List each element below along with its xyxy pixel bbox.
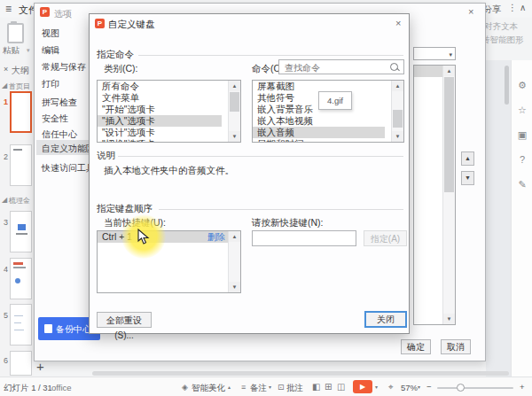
- list-item[interactable]: "切换"选项卡: [98, 138, 240, 143]
- list-item[interactable]: 嵌入本地视频: [253, 115, 403, 127]
- beautify-button[interactable]: 智能美化: [192, 383, 225, 394]
- list-item[interactable]: 所有命令: [98, 81, 240, 92]
- hamburger-menu-icon[interactable]: ≡: [5, 3, 12, 15]
- scroll-thumb[interactable]: [444, 77, 454, 192]
- close-button[interactable]: 关闭: [364, 311, 407, 328]
- align-text-button[interactable]: 对齐文本: [484, 21, 518, 33]
- new-shortcut-input[interactable]: [252, 230, 356, 246]
- star-icon[interactable]: ☆: [512, 105, 532, 116]
- search-icon[interactable]: [390, 63, 398, 71]
- category-list[interactable]: 所有命令 文件菜单 "开始"选项卡 "插入"选项卡 "设计"选项卡 "切换"选项…: [97, 80, 241, 143]
- move-up-button[interactable]: ▲: [461, 151, 474, 166]
- more-menu-icon[interactable]: ⋮: [508, 3, 517, 12]
- sidebar-item-print[interactable]: 打印: [42, 78, 59, 90]
- sidebar-item-view[interactable]: 视图: [42, 27, 59, 40]
- ok-button[interactable]: 确定: [401, 339, 431, 354]
- sidebar-item-trust-center[interactable]: 信任中心: [42, 128, 77, 141]
- list-item[interactable]: "开始"选项卡: [98, 104, 240, 115]
- category-list-scrollbar[interactable]: ▲ ▼: [228, 81, 240, 142]
- scroll-down-icon[interactable]: ▼: [229, 282, 240, 292]
- delete-shortcut-link[interactable]: 删除: [207, 231, 225, 243]
- zoom-in-icon[interactable]: +: [520, 382, 525, 392]
- scroll-up-icon[interactable]: ▲: [229, 231, 240, 242]
- section-label-2[interactable]: 梳理金: [9, 196, 30, 206]
- current-shortcuts-list[interactable]: Ctrl + 1 删除 ▲ ▼: [97, 230, 241, 293]
- divider: [159, 209, 403, 210]
- slide-number-5: 5: [4, 311, 8, 320]
- keyboard-close-icon[interactable]: ×: [395, 18, 401, 28]
- scroll-down-icon[interactable]: ▼: [392, 131, 403, 142]
- smart-graphic-button[interactable]: 转智能图形: [481, 35, 524, 46]
- help-icon[interactable]: ?: [512, 154, 532, 165]
- collapse-ribbon-icon[interactable]: ∧: [520, 3, 526, 12]
- scroll-thumb[interactable]: [393, 110, 403, 128]
- normal-view-icon[interactable]: ◧: [312, 382, 320, 392]
- options-close-icon[interactable]: ×: [468, 6, 473, 17]
- command-list[interactable]: 屏幕截图 其他符号 嵌入背景音乐 嵌入本地视频 嵌入音频 日期和时间 ▲ ▼: [252, 80, 404, 143]
- slide-thumbnail-3[interactable]: [10, 211, 32, 252]
- command-search-input[interactable]: [283, 61, 391, 74]
- combo-dropdown-icon[interactable]: ▾: [449, 51, 452, 58]
- section-label-1[interactable]: 首页目: [9, 82, 30, 91]
- section-marker-icon[interactable]: ◢: [2, 82, 7, 89]
- beautify-dropdown-icon[interactable]: ▴: [228, 384, 231, 390]
- ribbon-list-scrollbar[interactable]: ▲ ▼: [442, 66, 455, 324]
- slide-thumbnail-5[interactable]: [10, 304, 32, 346]
- slide-thumbnail-2[interactable]: [10, 144, 32, 186]
- outline-tab[interactable]: 大纲: [12, 65, 29, 77]
- assign-button[interactable]: 指定(A): [364, 230, 407, 246]
- paste-icon[interactable]: [7, 23, 24, 43]
- play-slideshow-button[interactable]: ▶: [353, 380, 372, 393]
- notes-button[interactable]: 备注: [250, 383, 267, 394]
- zoom-dropdown-icon[interactable]: ▾: [418, 384, 420, 390]
- list-item-selected[interactable]: "插入"选项卡: [98, 115, 222, 127]
- copy-icon[interactable]: ▣: [512, 129, 532, 141]
- comments-button[interactable]: 批注: [286, 383, 303, 394]
- list-item[interactable]: "设计"选项卡: [98, 127, 240, 138]
- slide-sorter-icon[interactable]: ⊞: [325, 382, 332, 392]
- notes-dropdown-icon[interactable]: ▾: [269, 384, 271, 390]
- sidebar-item-customize-ribbon[interactable]: 自定义功能区: [42, 143, 95, 155]
- move-down-button[interactable]: ▼: [461, 171, 474, 185]
- ribbon-group-combo[interactable]: ▾: [413, 47, 456, 60]
- zoom-slider-knob[interactable]: [457, 384, 465, 392]
- command-list-scrollbar[interactable]: ▲ ▼: [391, 81, 403, 142]
- canvas-vertical-scrollbar[interactable]: [505, 66, 509, 105]
- scroll-thumb[interactable]: [230, 92, 239, 112]
- paste-label[interactable]: 粘贴: [3, 45, 20, 57]
- outline-close-icon[interactable]: ×: [4, 65, 8, 74]
- sidebar-item-spellcheck[interactable]: 拼写检查: [42, 97, 77, 109]
- command-search-box[interactable]: [278, 59, 404, 74]
- pen-icon[interactable]: ✎: [512, 179, 532, 190]
- paste-dropdown-icon[interactable]: ▾: [27, 47, 30, 54]
- sidebar-item-edit[interactable]: 编辑: [42, 44, 59, 57]
- doc-tag: office: [51, 383, 72, 392]
- fit-slide-icon[interactable]: ⌖: [388, 382, 394, 392]
- list-item[interactable]: 日期和时间: [253, 138, 403, 143]
- list-item-selected[interactable]: 嵌入音频: [253, 127, 385, 138]
- zoom-level[interactable]: 57%: [401, 383, 418, 392]
- list-item[interactable]: 文件菜单: [98, 92, 240, 104]
- zoom-slider[interactable]: [437, 387, 513, 389]
- scroll-up-icon[interactable]: ▲: [443, 66, 455, 76]
- sidebar-item-security[interactable]: 安全性: [42, 113, 68, 125]
- slide-thumbnail-6[interactable]: [10, 351, 32, 376]
- ribbon-tabs-list[interactable]: ▲ ▼: [413, 65, 456, 325]
- tune-icon[interactable]: ⚙: [512, 80, 532, 91]
- scroll-down-icon[interactable]: ▼: [229, 131, 240, 142]
- scroll-up-icon[interactable]: ▲: [229, 81, 240, 91]
- shortcut-list-scrollbar[interactable]: ▲ ▼: [228, 231, 240, 292]
- cancel-button[interactable]: 取消: [441, 339, 471, 354]
- horizontal-scrollbar[interactable]: [92, 371, 509, 376]
- zoom-out-icon[interactable]: −: [426, 382, 432, 392]
- sidebar-item-general-save[interactable]: 常规与保存: [42, 61, 86, 74]
- play-dropdown-icon[interactable]: ▾: [375, 384, 378, 390]
- slide-thumbnail-4[interactable]: [10, 258, 32, 299]
- scroll-down-icon[interactable]: ▼: [443, 314, 455, 324]
- section-marker-icon[interactable]: ◢: [2, 196, 7, 204]
- slide-thumbnail-1[interactable]: [10, 91, 32, 133]
- reading-view-icon[interactable]: ◫: [337, 382, 345, 392]
- scroll-up-icon[interactable]: ▲: [392, 81, 403, 91]
- reset-all-button[interactable]: 全部重设(S)...: [97, 312, 152, 328]
- share-button[interactable]: 分享: [483, 4, 501, 16]
